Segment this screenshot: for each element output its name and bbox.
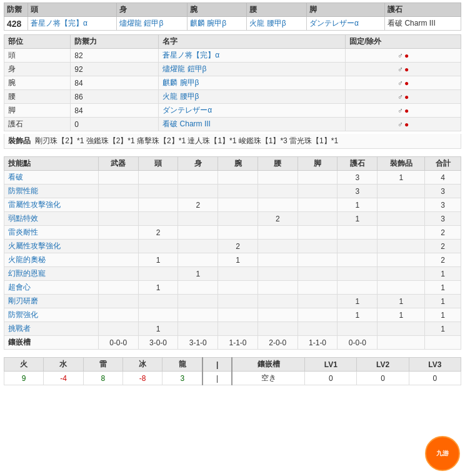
- equip-slot: 頭: [4, 49, 71, 63]
- skill-cell-name[interactable]: 幻獸的恩寵: [4, 267, 99, 281]
- skill-cell-weapon: [98, 322, 138, 336]
- equip-fixed[interactable]: ♂●: [346, 118, 461, 131]
- skill-cell-body: [178, 322, 218, 336]
- equip-table: 部位 防禦力 名字 固定/除外 頭82蒼星ノ将【完】α♂●身92燼燿龍 鎧甲β♂…: [4, 34, 461, 131]
- skill-cell-total: 4: [425, 171, 461, 185]
- body-equip[interactable]: 燼燿龍 鎧甲β: [117, 17, 188, 31]
- skill-cell-body: [178, 281, 218, 295]
- head-equip[interactable]: 蒼星ノ将【完】α: [28, 17, 117, 31]
- skill-cell-total: 1: [425, 308, 461, 322]
- skill-cell-leg: [298, 308, 338, 322]
- res-col-5: |: [202, 358, 232, 372]
- skill-col-3: 身: [178, 157, 218, 171]
- equip-fixed[interactable]: ♂●: [346, 90, 461, 104]
- skill-cell-total: 3: [425, 212, 461, 226]
- skill-cell-name[interactable]: 火屬性攻擊強化: [4, 240, 99, 253]
- skill-cell-body: [178, 308, 218, 322]
- equip-col-name: 名字: [159, 35, 346, 49]
- equip-fixed[interactable]: ♂●: [346, 104, 461, 118]
- skill-col-0: 技能點: [4, 157, 99, 171]
- skill-cell-deco: [378, 185, 425, 198]
- arm-equip[interactable]: 麒麟 腕甲β: [187, 17, 247, 31]
- col-score: 防禦: [4, 3, 28, 17]
- equip-def: 84: [71, 104, 159, 118]
- slot-cell-waist: 2-0-0: [258, 336, 298, 350]
- skill-cell-name[interactable]: 雷炎耐性: [4, 226, 99, 240]
- skill-row: 超會心11: [4, 281, 461, 295]
- skill-cell-name[interactable]: 剛刃研磨: [4, 295, 99, 308]
- equip-name[interactable]: ダンテレザーα: [159, 104, 346, 118]
- skill-cell-waist: 2: [258, 212, 298, 226]
- skill-cell-weapon: [98, 267, 138, 281]
- equip-row: 腰86火龍 腰甲β♂●: [4, 90, 461, 104]
- skill-cell-weapon: [98, 308, 138, 322]
- gender-icon: ♂: [398, 120, 403, 129]
- equip-name[interactable]: 火龍 腰甲β: [159, 90, 346, 104]
- remove-icon[interactable]: ●: [404, 120, 409, 129]
- skill-cell-leg: [298, 212, 338, 226]
- skill-cell-total: 2: [425, 240, 461, 253]
- skill-cell-charm: [338, 267, 378, 281]
- skill-cell-name[interactable]: 雷屬性攻擊強化: [4, 198, 99, 212]
- skill-cell-charm: [338, 322, 378, 336]
- skill-cell-body: 1: [178, 267, 218, 281]
- skill-cell-charm: [338, 240, 378, 253]
- remove-icon[interactable]: ●: [404, 93, 409, 101]
- remove-icon[interactable]: ●: [404, 106, 409, 115]
- skill-cell-arm: [218, 171, 258, 185]
- equip-slot: 腕: [4, 76, 71, 90]
- equip-row: 脚84ダンテレザーα♂●: [4, 104, 461, 118]
- res-col-1: 水: [44, 358, 83, 372]
- skill-cell-charm: 1: [338, 212, 378, 226]
- col-arm: 腕: [187, 3, 247, 17]
- res-table: 火水雷冰龍|鑲嵌槽LV1LV2LV3 9-48-83|空き000: [4, 357, 461, 385]
- remove-icon[interactable]: ●: [404, 51, 409, 60]
- col-leg: 脚: [307, 3, 385, 17]
- skill-col-7: 護石: [338, 157, 378, 171]
- skill-cell-name[interactable]: 防禦強化: [4, 308, 99, 322]
- skill-col-8: 裝飾品: [378, 157, 425, 171]
- equip-fixed[interactable]: ♂●: [346, 49, 461, 63]
- skill-col-4: 腕: [218, 157, 258, 171]
- gender-icon: ♂: [398, 106, 403, 115]
- equip-name[interactable]: 麒麟 腕甲β: [159, 76, 346, 90]
- equip-fixed[interactable]: ♂●: [346, 63, 461, 76]
- equip-fixed[interactable]: ♂●: [346, 76, 461, 90]
- skill-cell-total: 1: [425, 295, 461, 308]
- skill-cell-waist: [258, 267, 298, 281]
- waist-equip[interactable]: 火龍 腰甲β: [247, 17, 307, 31]
- res-fire: 9: [4, 372, 44, 385]
- skill-cell-name[interactable]: 挑戰者: [4, 322, 99, 336]
- res-thunder: 8: [83, 372, 122, 385]
- skill-cell-name[interactable]: 弱點特效: [4, 212, 99, 226]
- skill-cell-deco: [378, 226, 425, 240]
- res-ice: -8: [122, 372, 162, 385]
- skill-row: 雷炎耐性22: [4, 226, 461, 240]
- equip-name[interactable]: 蒼星ノ将【完】α: [159, 49, 346, 63]
- remove-icon[interactable]: ●: [404, 79, 409, 88]
- slot-cell-arm: 1-1-0: [218, 336, 258, 350]
- equip-name[interactable]: 看破 Charm III: [159, 118, 346, 131]
- charm-equip[interactable]: 看破 Charm III: [385, 17, 461, 31]
- skill-cell-name[interactable]: 超會心: [4, 281, 99, 295]
- equip-name[interactable]: 燼燿龍 鎧甲β: [159, 63, 346, 76]
- leg-equip[interactable]: ダンテレザーα: [307, 17, 385, 31]
- skill-cell-arm: [218, 295, 258, 308]
- slot-cell-body: 3-1-0: [178, 336, 218, 350]
- skill-cell-name[interactable]: 火龍的奧秘: [4, 253, 99, 267]
- equip-slot: 身: [4, 63, 71, 76]
- remove-icon[interactable]: ●: [404, 65, 409, 74]
- res-col-6: 鑲嵌槽: [232, 358, 305, 372]
- skill-cell-head: [138, 295, 178, 308]
- res-sep: |: [202, 372, 232, 385]
- deco-label: 裝飾品: [8, 136, 31, 145]
- slot-cell-charm: 0-0-0: [338, 336, 378, 350]
- res-lv1: 0: [305, 372, 357, 385]
- skill-row: 火龍的奧秘112: [4, 253, 461, 267]
- skill-col-6: 脚: [298, 157, 338, 171]
- skill-cell-name[interactable]: 防禦性能: [4, 185, 99, 198]
- skill-cell-charm: 1: [338, 198, 378, 212]
- skill-cell-name[interactable]: 看破: [4, 171, 99, 185]
- skill-cell-head: [138, 185, 178, 198]
- skill-cell-leg: [298, 185, 338, 198]
